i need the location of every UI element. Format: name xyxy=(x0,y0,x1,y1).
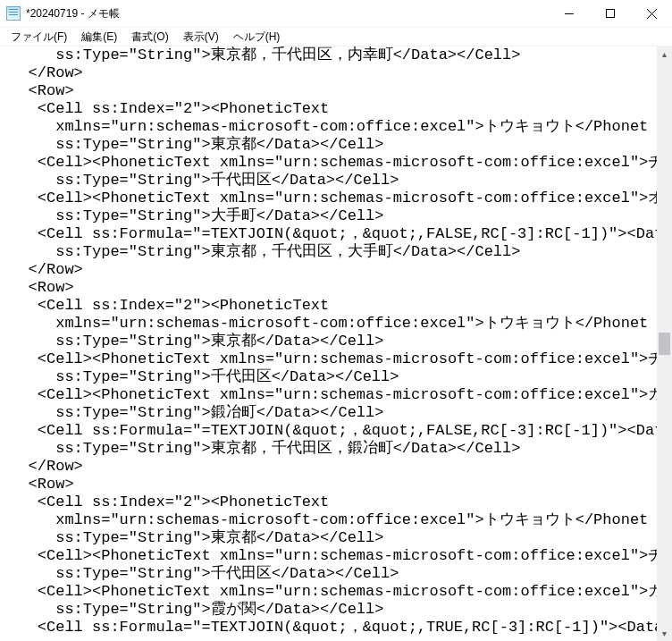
menu-view[interactable]: 表示(V) xyxy=(176,29,226,46)
menu-edit[interactable]: 編集(E) xyxy=(74,29,124,46)
menu-help[interactable]: ヘルプ(H) xyxy=(226,29,288,46)
window-title: *20240719 - メモ帳 xyxy=(26,6,549,21)
window-controls xyxy=(549,0,672,27)
titlebar: *20240719 - メモ帳 xyxy=(0,0,672,28)
vertical-scrollbar[interactable]: ▴ ▾ xyxy=(657,46,672,641)
maximize-button[interactable] xyxy=(590,0,631,27)
maximize-icon xyxy=(606,9,615,18)
editor-area: ss:Type="String">東京都，千代田区，内幸町</Data></Ce… xyxy=(0,46,672,641)
scroll-up-button[interactable]: ▴ xyxy=(657,46,672,62)
scroll-down-button[interactable]: ▾ xyxy=(657,626,672,641)
close-button[interactable] xyxy=(631,0,672,27)
minimize-icon xyxy=(565,13,574,14)
text-editor[interactable]: ss:Type="String">東京都，千代田区，内幸町</Data></Ce… xyxy=(0,46,657,641)
menu-file[interactable]: ファイル(F) xyxy=(4,29,74,46)
scroll-thumb[interactable] xyxy=(659,333,670,355)
notepad-icon xyxy=(6,6,21,21)
minimize-button[interactable] xyxy=(549,0,590,27)
menubar: ファイル(F) 編集(E) 書式(O) 表示(V) ヘルプ(H) xyxy=(0,28,672,46)
menu-format[interactable]: 書式(O) xyxy=(124,29,175,46)
close-icon xyxy=(647,9,657,19)
